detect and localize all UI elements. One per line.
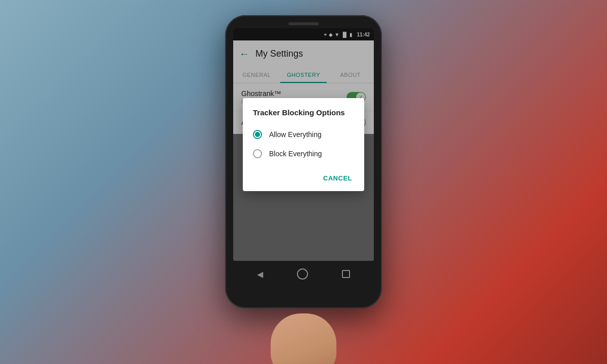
recents-nav-button[interactable] bbox=[342, 270, 350, 278]
back-nav-button[interactable]: ◀ bbox=[257, 269, 263, 279]
allow-everything-option[interactable]: Allow Everything bbox=[243, 125, 364, 144]
dialog-title: Tracker Blocking Options bbox=[243, 108, 364, 125]
allow-radio-outer bbox=[253, 130, 262, 139]
home-nav-button[interactable] bbox=[297, 268, 308, 280]
phone-shell: ⚭ ◆ ▼ ▐▌ ▮ 11:42 ← My Settings GENERAL G… bbox=[225, 15, 382, 308]
phone-speaker bbox=[288, 22, 319, 25]
hand-thumb bbox=[271, 313, 336, 364]
cancel-button[interactable]: CANCEL bbox=[319, 171, 356, 185]
block-everything-option[interactable]: Block Everything bbox=[243, 144, 364, 163]
block-everything-label: Block Everything bbox=[269, 150, 322, 158]
block-radio-outer bbox=[253, 149, 262, 158]
dialog-overlay: Tracker Blocking Options Allow Everythin… bbox=[233, 28, 374, 261]
phone-nav-bar: ◀ bbox=[225, 261, 382, 287]
tracker-blocking-dialog: Tracker Blocking Options Allow Everythin… bbox=[243, 98, 364, 191]
allow-radio-inner bbox=[255, 132, 260, 137]
phone-scene: ⚭ ◆ ▼ ▐▌ ▮ 11:42 ← My Settings GENERAL G… bbox=[197, 0, 410, 364]
dialog-actions: CANCEL bbox=[243, 167, 364, 187]
phone-screen: ⚭ ◆ ▼ ▐▌ ▮ 11:42 ← My Settings GENERAL G… bbox=[233, 28, 374, 261]
allow-everything-label: Allow Everything bbox=[269, 130, 322, 139]
settings-content: Ghostrank™ Help support Ghostery ✓ Auto-… bbox=[233, 83, 374, 134]
